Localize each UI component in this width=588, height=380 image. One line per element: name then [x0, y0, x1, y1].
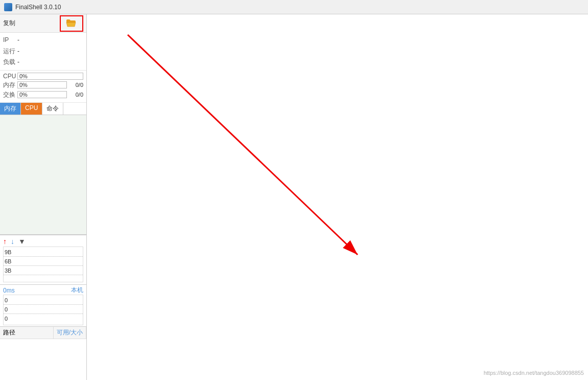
- right-panel: [87, 14, 588, 380]
- network-arrows: ↑ ↓ ▼: [3, 237, 26, 245]
- disk-section: 路径 可用/大小: [0, 326, 86, 380]
- memory-stat-row: 内存 0% 0/0: [3, 81, 83, 90]
- process-area: [0, 115, 86, 235]
- net-3b-label: 3B: [5, 267, 11, 274]
- folder-open-icon: [65, 17, 78, 30]
- memory-bar: 0%: [17, 81, 67, 88]
- ping-val-0c: 0: [5, 316, 8, 322]
- net-9b-label: 9B: [5, 249, 11, 255]
- ip-row: IP -: [3, 35, 83, 46]
- run-value: -: [17, 46, 19, 57]
- load-value: -: [17, 57, 19, 68]
- ping-val-0a: 0: [5, 297, 8, 303]
- left-panel: 复制 IP - 运行 - 负载 -: [0, 14, 87, 380]
- title-bar: FinalShell 3.0.10: [0, 0, 588, 14]
- swap-label: 交换: [3, 91, 17, 99]
- dropdown-arrow-icon[interactable]: ▼: [18, 237, 26, 245]
- ping-val-0b: 0: [5, 306, 8, 312]
- cpu-stat-row: CPU 0%: [3, 73, 83, 80]
- annotation-overlay: [87, 14, 588, 380]
- swap-percent: 0%: [19, 92, 28, 98]
- tab-command[interactable]: 命令: [42, 103, 63, 115]
- cpu-percent: 0%: [19, 73, 28, 79]
- app-title: FinalShell 3.0.10: [15, 4, 61, 11]
- tab-cpu[interactable]: CPU: [21, 103, 42, 115]
- memory-label: 内存: [3, 81, 17, 90]
- network-section: ↑ ↓ ▼ 9B 6B 3B: [0, 235, 86, 284]
- watermark: https://blog.csdn.net/tangdou369098855: [484, 370, 584, 376]
- run-label: 运行: [3, 46, 17, 57]
- ping-value: 0ms: [3, 287, 15, 294]
- info-section: IP - 运行 - 负载 -: [0, 33, 86, 71]
- load-row: 负载 -: [3, 57, 83, 68]
- memory-percent: 0%: [19, 82, 28, 88]
- toolbar-row: 复制: [0, 14, 86, 33]
- download-arrow-icon: ↓: [11, 237, 14, 245]
- ip-value: -: [17, 35, 19, 46]
- annotation-arrow-line: [128, 35, 358, 255]
- main-layout: 复制 IP - 运行 - 负载 -: [0, 14, 588, 380]
- network-header: ↑ ↓ ▼: [3, 237, 83, 245]
- cpu-label: CPU: [3, 73, 17, 80]
- upload-arrow-icon: ↑: [3, 237, 7, 245]
- ping-chart: 0 0 0: [3, 295, 83, 325]
- network-chart: 9B 6B 3B: [3, 247, 83, 282]
- tab-memory[interactable]: 内存: [0, 103, 21, 115]
- swap-stat-row: 交换 0% 0/0: [3, 91, 83, 99]
- annotation-svg: [87, 14, 588, 380]
- folder-open-button[interactable]: [60, 15, 83, 32]
- app-icon: [4, 3, 12, 11]
- run-row: 运行 -: [3, 46, 83, 57]
- ip-label: IP: [3, 35, 17, 46]
- stats-section: CPU 0% 内存 0% 0/0 交换 0%: [0, 71, 86, 103]
- load-label: 负载: [3, 57, 17, 68]
- copy-label: 复制: [3, 19, 15, 28]
- tabs-row: 内存 CPU 命令: [0, 103, 86, 115]
- net-6b-label: 6B: [5, 258, 11, 264]
- ping-section: 0ms 本机 0 0 0: [0, 284, 86, 326]
- ping-header: 0ms 本机: [3, 286, 83, 295]
- disk-content: [0, 339, 86, 380]
- swap-ratio: 0/0: [68, 92, 83, 98]
- swap-bar: 0%: [17, 91, 67, 98]
- disk-header: 路径 可用/大小: [0, 327, 86, 339]
- ping-local-label: 本机: [71, 286, 83, 295]
- disk-size-label: 可用/大小: [54, 327, 86, 339]
- cpu-bar: 0%: [17, 73, 83, 80]
- memory-ratio: 0/0: [68, 82, 83, 88]
- disk-path-label: 路径: [0, 327, 54, 339]
